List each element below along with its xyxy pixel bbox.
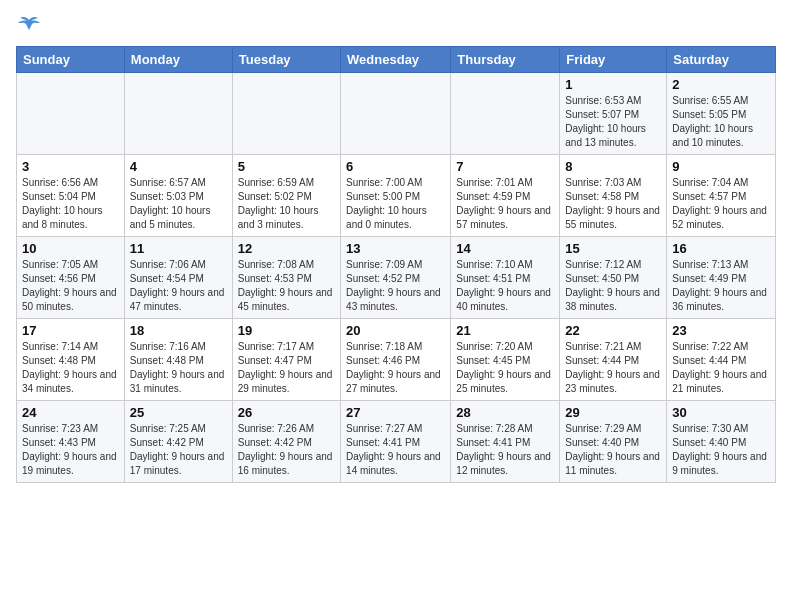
day-number: 27: [346, 405, 445, 420]
day-info: Sunrise: 7:28 AM Sunset: 4:41 PM Dayligh…: [456, 422, 554, 478]
day-number: 6: [346, 159, 445, 174]
day-info: Sunrise: 6:57 AM Sunset: 5:03 PM Dayligh…: [130, 176, 227, 232]
day-info: Sunrise: 7:08 AM Sunset: 4:53 PM Dayligh…: [238, 258, 335, 314]
day-number: 14: [456, 241, 554, 256]
day-info: Sunrise: 7:18 AM Sunset: 4:46 PM Dayligh…: [346, 340, 445, 396]
calendar-cell: 2Sunrise: 6:55 AM Sunset: 5:05 PM Daylig…: [667, 73, 776, 155]
logo: [16, 16, 40, 38]
day-number: 16: [672, 241, 770, 256]
calendar-cell: 27Sunrise: 7:27 AM Sunset: 4:41 PM Dayli…: [341, 401, 451, 483]
day-info: Sunrise: 6:59 AM Sunset: 5:02 PM Dayligh…: [238, 176, 335, 232]
day-of-week-header: Wednesday: [341, 47, 451, 73]
page-header: [16, 16, 776, 38]
day-info: Sunrise: 7:00 AM Sunset: 5:00 PM Dayligh…: [346, 176, 445, 232]
day-number: 11: [130, 241, 227, 256]
day-number: 13: [346, 241, 445, 256]
day-number: 7: [456, 159, 554, 174]
calendar-cell: 17Sunrise: 7:14 AM Sunset: 4:48 PM Dayli…: [17, 319, 125, 401]
day-of-week-header: Thursday: [451, 47, 560, 73]
day-of-week-header: Sunday: [17, 47, 125, 73]
calendar-week-row: 3Sunrise: 6:56 AM Sunset: 5:04 PM Daylig…: [17, 155, 776, 237]
day-number: 5: [238, 159, 335, 174]
calendar-cell: 6Sunrise: 7:00 AM Sunset: 5:00 PM Daylig…: [341, 155, 451, 237]
day-number: 22: [565, 323, 661, 338]
day-info: Sunrise: 7:27 AM Sunset: 4:41 PM Dayligh…: [346, 422, 445, 478]
calendar-cell: 5Sunrise: 6:59 AM Sunset: 5:02 PM Daylig…: [232, 155, 340, 237]
day-number: 12: [238, 241, 335, 256]
calendar-cell: 13Sunrise: 7:09 AM Sunset: 4:52 PM Dayli…: [341, 237, 451, 319]
calendar-cell: 16Sunrise: 7:13 AM Sunset: 4:49 PM Dayli…: [667, 237, 776, 319]
day-info: Sunrise: 7:22 AM Sunset: 4:44 PM Dayligh…: [672, 340, 770, 396]
calendar-cell: 15Sunrise: 7:12 AM Sunset: 4:50 PM Dayli…: [560, 237, 667, 319]
day-info: Sunrise: 7:26 AM Sunset: 4:42 PM Dayligh…: [238, 422, 335, 478]
day-info: Sunrise: 7:12 AM Sunset: 4:50 PM Dayligh…: [565, 258, 661, 314]
day-info: Sunrise: 7:23 AM Sunset: 4:43 PM Dayligh…: [22, 422, 119, 478]
day-info: Sunrise: 6:56 AM Sunset: 5:04 PM Dayligh…: [22, 176, 119, 232]
day-info: Sunrise: 7:29 AM Sunset: 4:40 PM Dayligh…: [565, 422, 661, 478]
day-number: 1: [565, 77, 661, 92]
day-info: Sunrise: 7:03 AM Sunset: 4:58 PM Dayligh…: [565, 176, 661, 232]
day-number: 20: [346, 323, 445, 338]
calendar-cell: [341, 73, 451, 155]
calendar-cell: 20Sunrise: 7:18 AM Sunset: 4:46 PM Dayli…: [341, 319, 451, 401]
day-number: 21: [456, 323, 554, 338]
calendar-cell: 25Sunrise: 7:25 AM Sunset: 4:42 PM Dayli…: [124, 401, 232, 483]
calendar-cell: 19Sunrise: 7:17 AM Sunset: 4:47 PM Dayli…: [232, 319, 340, 401]
calendar-cell: 10Sunrise: 7:05 AM Sunset: 4:56 PM Dayli…: [17, 237, 125, 319]
calendar-cell: 12Sunrise: 7:08 AM Sunset: 4:53 PM Dayli…: [232, 237, 340, 319]
calendar-cell: 3Sunrise: 6:56 AM Sunset: 5:04 PM Daylig…: [17, 155, 125, 237]
day-info: Sunrise: 7:04 AM Sunset: 4:57 PM Dayligh…: [672, 176, 770, 232]
calendar-header-row: SundayMondayTuesdayWednesdayThursdayFrid…: [17, 47, 776, 73]
calendar-week-row: 10Sunrise: 7:05 AM Sunset: 4:56 PM Dayli…: [17, 237, 776, 319]
calendar-cell: 26Sunrise: 7:26 AM Sunset: 4:42 PM Dayli…: [232, 401, 340, 483]
calendar-cell: [451, 73, 560, 155]
day-info: Sunrise: 7:16 AM Sunset: 4:48 PM Dayligh…: [130, 340, 227, 396]
day-info: Sunrise: 7:20 AM Sunset: 4:45 PM Dayligh…: [456, 340, 554, 396]
calendar-week-row: 1Sunrise: 6:53 AM Sunset: 5:07 PM Daylig…: [17, 73, 776, 155]
day-number: 30: [672, 405, 770, 420]
calendar-cell: 8Sunrise: 7:03 AM Sunset: 4:58 PM Daylig…: [560, 155, 667, 237]
calendar-cell: 4Sunrise: 6:57 AM Sunset: 5:03 PM Daylig…: [124, 155, 232, 237]
calendar-cell: 1Sunrise: 6:53 AM Sunset: 5:07 PM Daylig…: [560, 73, 667, 155]
day-of-week-header: Monday: [124, 47, 232, 73]
day-number: 8: [565, 159, 661, 174]
calendar-table: SundayMondayTuesdayWednesdayThursdayFrid…: [16, 46, 776, 483]
day-number: 19: [238, 323, 335, 338]
day-number: 9: [672, 159, 770, 174]
day-number: 29: [565, 405, 661, 420]
day-info: Sunrise: 7:21 AM Sunset: 4:44 PM Dayligh…: [565, 340, 661, 396]
calendar-cell: [232, 73, 340, 155]
day-number: 24: [22, 405, 119, 420]
day-number: 15: [565, 241, 661, 256]
day-number: 28: [456, 405, 554, 420]
day-info: Sunrise: 7:10 AM Sunset: 4:51 PM Dayligh…: [456, 258, 554, 314]
day-number: 10: [22, 241, 119, 256]
day-info: Sunrise: 7:30 AM Sunset: 4:40 PM Dayligh…: [672, 422, 770, 478]
day-info: Sunrise: 7:17 AM Sunset: 4:47 PM Dayligh…: [238, 340, 335, 396]
calendar-cell: 23Sunrise: 7:22 AM Sunset: 4:44 PM Dayli…: [667, 319, 776, 401]
calendar-cell: 22Sunrise: 7:21 AM Sunset: 4:44 PM Dayli…: [560, 319, 667, 401]
day-number: 4: [130, 159, 227, 174]
day-info: Sunrise: 7:09 AM Sunset: 4:52 PM Dayligh…: [346, 258, 445, 314]
calendar-cell: 18Sunrise: 7:16 AM Sunset: 4:48 PM Dayli…: [124, 319, 232, 401]
day-of-week-header: Saturday: [667, 47, 776, 73]
logo-bird-icon: [18, 16, 40, 38]
calendar-cell: [17, 73, 125, 155]
day-info: Sunrise: 7:01 AM Sunset: 4:59 PM Dayligh…: [456, 176, 554, 232]
calendar-cell: [124, 73, 232, 155]
day-info: Sunrise: 7:05 AM Sunset: 4:56 PM Dayligh…: [22, 258, 119, 314]
calendar-cell: 14Sunrise: 7:10 AM Sunset: 4:51 PM Dayli…: [451, 237, 560, 319]
calendar-cell: 7Sunrise: 7:01 AM Sunset: 4:59 PM Daylig…: [451, 155, 560, 237]
calendar-week-row: 24Sunrise: 7:23 AM Sunset: 4:43 PM Dayli…: [17, 401, 776, 483]
day-info: Sunrise: 7:25 AM Sunset: 4:42 PM Dayligh…: [130, 422, 227, 478]
day-number: 17: [22, 323, 119, 338]
day-number: 26: [238, 405, 335, 420]
calendar-cell: 28Sunrise: 7:28 AM Sunset: 4:41 PM Dayli…: [451, 401, 560, 483]
calendar-cell: 11Sunrise: 7:06 AM Sunset: 4:54 PM Dayli…: [124, 237, 232, 319]
calendar-cell: 21Sunrise: 7:20 AM Sunset: 4:45 PM Dayli…: [451, 319, 560, 401]
day-info: Sunrise: 6:55 AM Sunset: 5:05 PM Dayligh…: [672, 94, 770, 150]
day-number: 25: [130, 405, 227, 420]
calendar-cell: 30Sunrise: 7:30 AM Sunset: 4:40 PM Dayli…: [667, 401, 776, 483]
day-number: 23: [672, 323, 770, 338]
calendar-cell: 29Sunrise: 7:29 AM Sunset: 4:40 PM Dayli…: [560, 401, 667, 483]
